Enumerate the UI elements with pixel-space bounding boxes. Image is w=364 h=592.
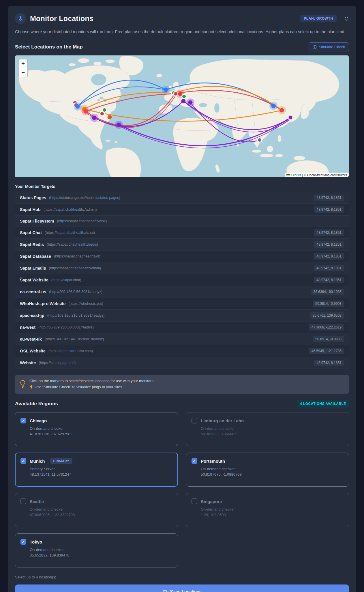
map-marker[interactable]	[102, 108, 107, 112]
target-name: apac-east-jp	[20, 313, 44, 318]
monitor-locations-panel: Monitor Locations PLAN: GROWTH Choose wh…	[8, 6, 356, 592]
target-coords-badge: 48.9742, 8.1851	[314, 229, 344, 236]
region-name: Chicago	[30, 418, 47, 423]
zoom-in-button[interactable]: +	[19, 59, 27, 68]
lightbulb-emoji-icon	[29, 385, 33, 389]
map-marker[interactable]	[181, 99, 186, 103]
target-url: (https://sapat.chat/healthz/redis)	[47, 242, 314, 246]
target-row: OSL Website(https://openstartuplist.com)…	[15, 345, 349, 357]
region-card-limburg-an-der-lahn: Limburg an der LahnOn-demand checker50.3…	[186, 412, 349, 446]
map-marker[interactable]	[117, 123, 121, 127]
target-url: (https://openstartuplist.com)	[48, 349, 309, 353]
target-name: Sapat Filesystem	[20, 219, 54, 223]
targets-list: Status Pages(https://statuspage.me/healt…	[15, 192, 349, 369]
region-name: Portsmouth	[201, 459, 225, 464]
target-coords-badge: 38.6364, -90.1985	[311, 289, 344, 295]
save-locations-button[interactable]: Save Locations	[15, 584, 349, 592]
simulate-check-button[interactable]: Simulate Check	[309, 42, 349, 51]
lightbulb-icon	[20, 380, 26, 389]
target-url: (https://sapat.chat/healthz/db)	[54, 254, 314, 258]
refresh-icon[interactable]	[344, 16, 349, 21]
leaflet-link[interactable]: Leaflet	[291, 173, 301, 177]
map-attribution: Leaflet | © OpenStreetMap contributors	[285, 173, 349, 177]
target-row: Sapat Emails(https://sapat.chat/healthz/…	[15, 262, 349, 274]
target-url: (http://209.126.0.56:8081/readyz)	[49, 290, 311, 294]
map-marker[interactable]	[258, 138, 262, 142]
region-name: Singapore	[201, 499, 222, 504]
map-marker[interactable]	[182, 94, 186, 99]
target-coords-badge: 48.9742, 8.1851	[314, 253, 344, 259]
region-card-singapore: SingaporeOn-demand checker1.29, 103.8503	[186, 493, 349, 527]
map-marker[interactable]	[280, 108, 284, 113]
region-name: Seattle	[30, 499, 44, 504]
targets-heading: Your Monitor Targets	[15, 184, 349, 189]
region-card-tokyo[interactable]: ✓TokyoOn-demand checker35.652832, 139.83…	[15, 533, 178, 567]
target-name: Sapat Chat	[20, 230, 42, 235]
target-name: Sapat Redis	[20, 242, 44, 247]
region-card-munich[interactable]: ✓MunichPRIMARYPrimary Server48.1371541, …	[15, 453, 178, 487]
location-pin-icon	[15, 13, 26, 24]
target-row: Šapat Website(https://sapat.chat)48.9742…	[15, 274, 349, 286]
target-name: Šapat Website	[20, 278, 48, 282]
map-marker[interactable]	[108, 115, 112, 119]
world-map[interactable]: + − Leaflet | © OpenStreetMap contributo…	[15, 55, 349, 177]
region-checkbox[interactable]: ✓	[20, 418, 26, 423]
target-name: WhoHosts.pro Website	[20, 301, 65, 306]
target-row: Sapat Filesystem(https://sapat.chat/heal…	[15, 216, 349, 227]
map-marker[interactable]	[92, 116, 97, 120]
region-subtitle: On-demand checker	[201, 467, 344, 471]
region-name: Munich	[30, 459, 45, 464]
zoom-out-button[interactable]: −	[19, 68, 27, 77]
map-marker[interactable]	[76, 104, 80, 109]
header: Monitor Locations PLAN: GROWTH	[15, 13, 349, 24]
region-checkbox[interactable]: ✓	[20, 458, 26, 464]
target-url: (https://sapat.chat/healthz/admin)	[44, 208, 314, 212]
selection-limit-note: Select up to 4 location(s).	[15, 575, 349, 579]
target-url: (https://sapat.chat/healthz/disk)	[57, 219, 344, 223]
region-checkbox[interactable]: ✓	[192, 458, 197, 464]
region-coords: 50.8197675, -1.0880769	[201, 472, 344, 477]
region-card-chicago[interactable]: ✓ChicagoOn-demand checker41.8781136, -87…	[15, 412, 178, 446]
map-marker[interactable]	[164, 88, 168, 92]
target-row: na-central-us(http://209.126.0.56:8081/r…	[15, 286, 349, 298]
target-coords-badge: 35.6761, 139.6503	[310, 312, 344, 319]
target-name: na-west	[20, 325, 35, 330]
target-url: (https://sapat.chat)	[51, 278, 314, 282]
region-card-seattle: SeattleOn-demand checker47.6062095, -122…	[15, 493, 178, 527]
target-coords-badge: 48.9742, 8.1851	[314, 206, 344, 213]
region-subtitle: On-demand checker	[201, 426, 344, 431]
region-name: Tokyo	[30, 539, 42, 544]
region-checkbox[interactable]: ✓	[20, 539, 26, 545]
save-icon	[162, 590, 167, 592]
regions-grid: ✓ChicagoOn-demand checker41.8781136, -87…	[15, 412, 349, 567]
target-name: na-central-us	[20, 290, 46, 294]
target-row: apac-east-jp(http://103.125.216.51:8081/…	[15, 310, 349, 322]
region-checkbox	[192, 418, 197, 423]
target-url: (https://whohosts.pro)	[68, 302, 313, 306]
map-marker[interactable]	[288, 115, 293, 120]
tip-line-1: Click on the markers to select/deselect …	[29, 378, 155, 384]
target-coords-badge: 48.9742, 8.1851	[314, 265, 344, 271]
play-circle-icon	[313, 45, 317, 49]
plan-badge: PLAN: GROWTH	[300, 15, 337, 22]
target-name: OSL Website	[20, 349, 46, 353]
region-coords: 50.383333, 8.066667	[201, 432, 344, 436]
map-marker[interactable]	[188, 100, 193, 105]
target-coords-badge: 48.9742, 8.1851	[314, 360, 344, 366]
target-name: Sapat Hub	[20, 207, 41, 212]
region-card-portsmouth[interactable]: ✓PortsmouthOn-demand checker50.8197675, …	[186, 453, 349, 487]
tip-line-2: Use "Simulate Check" to visualize pings …	[35, 384, 123, 390]
region-name: Limburg an der Lahn	[201, 418, 244, 423]
target-row: Sapat Database(https://sapat.chat/health…	[15, 251, 349, 262]
region-subtitle: On-demand checker	[30, 426, 172, 431]
region-coords: 35.652832, 139.839478	[30, 553, 172, 557]
target-row: Sapat Hub(https://sapat.chat/healthz/adm…	[15, 204, 349, 216]
target-coords-badge: 48.9742, 8.1851	[314, 195, 344, 201]
region-subtitle: On-demand checker	[30, 548, 172, 552]
map-zoom-control: + −	[18, 59, 28, 77]
map-section-title: Select Locations on the Map	[15, 44, 83, 50]
page-description: Choose where your distributed monitors w…	[15, 29, 349, 35]
target-row: na-west(http://85.239.233.60:8081/readyz…	[15, 322, 349, 333]
map-marker[interactable]	[84, 109, 88, 114]
map-marker[interactable]	[271, 104, 276, 108]
